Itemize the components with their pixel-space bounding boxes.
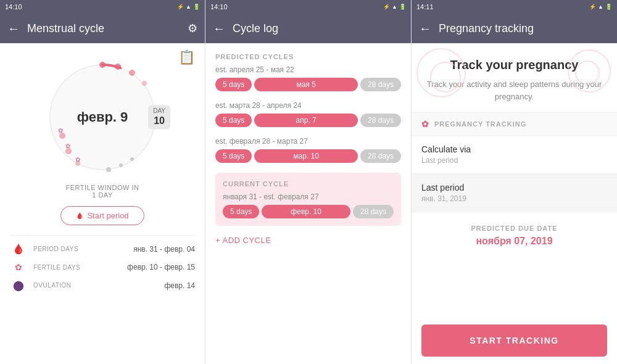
- fertile-value: февр. 10 - февр. 15: [127, 263, 195, 271]
- current-date: февр. 9: [77, 109, 128, 125]
- clipboard-icon[interactable]: 📋: [178, 49, 195, 65]
- spacer: [412, 257, 617, 317]
- wifi-icon-3: ▲: [598, 4, 603, 10]
- last-period-option[interactable]: Last period янв. 31, 2019: [412, 174, 617, 212]
- current-cycle-section: CURRENT CYCLE января 31 - est. февраля 2…: [215, 173, 401, 226]
- ovulation-bar-3: мар. 10: [254, 149, 358, 163]
- last-period-title: Last period: [421, 183, 607, 192]
- cycle-bar-2: 5 days апр. 7 28 days: [215, 114, 401, 127]
- day-number: 10: [153, 115, 165, 126]
- deco-circle-4: [575, 60, 600, 85]
- period-bar-3: 5 days: [215, 149, 252, 163]
- cycle-est-2: est. марта 28 - апреля 24: [215, 101, 401, 110]
- svg-text:✿: ✿: [75, 156, 80, 163]
- fertile-window-text: FERTILE WINDOW IN 1 DAY: [66, 184, 139, 199]
- start-period-button[interactable]: 🩸 Start period: [60, 206, 144, 225]
- calculate-via-option[interactable]: Calculate via Last period: [412, 136, 617, 174]
- status-bar-3: 14:11 ⚡ ▲ 🔋: [412, 0, 617, 14]
- current-total-bar: 28 days: [353, 205, 394, 218]
- panel1-body: 📋: [0, 43, 205, 364]
- bluetooth-icon: ⚡: [177, 4, 184, 10]
- current-cycle-title: CURRENT CYCLE: [223, 180, 394, 188]
- due-date-section: PREDICTED DUE DATE ноября 07, 2019: [412, 215, 617, 257]
- cycle-legend: 🩸 PERIOD DAYS янв. 31 - февр. 04 ✿ FERTI…: [10, 235, 195, 299]
- flower-icon: ✿: [421, 119, 429, 129]
- last-period-sub: янв. 31, 2019: [421, 194, 607, 203]
- bluetooth-icon-2: ⚡: [383, 4, 390, 10]
- top-bar-3: ← Pregnancy tracking: [412, 14, 617, 43]
- svg-point-4: [129, 70, 135, 76]
- period-value: янв. 31 - февр. 04: [133, 245, 195, 254]
- wifi-icon-2: ▲: [392, 4, 397, 10]
- period-bar-2: 5 days: [215, 114, 252, 127]
- legend-period: 🩸 PERIOD DAYS янв. 31 - февр. 04: [10, 243, 195, 255]
- total-bar-3: 28 days: [360, 149, 401, 163]
- ovulation-bar-2: апр. 7: [254, 114, 358, 127]
- panel1-title: Menstrual cycle: [27, 22, 180, 35]
- ovulation-value: февр. 14: [164, 281, 195, 290]
- top-bar-2: ← Cycle log: [205, 14, 411, 43]
- calculate-via-sub: Last period: [421, 156, 607, 165]
- pregnancy-tracking-label: ✿ PREGNANCY TRACKING: [412, 112, 617, 136]
- ovulation-label: OVULATION: [33, 282, 158, 289]
- status-bar-2: 14:10 ⚡ ▲ 🔋: [205, 0, 411, 14]
- due-date-label: PREDICTED DUE DATE: [421, 225, 607, 232]
- period-drop-icon: 🩸: [76, 212, 83, 219]
- legend-fertile: ✿ FERTILE DAYS февр. 10 - февр. 15: [10, 262, 195, 272]
- pregnancy-hero: Track your pregnancy Track your activity…: [412, 43, 617, 112]
- add-cycle-button[interactable]: + ADD CYCLE: [215, 236, 401, 245]
- panel2-body: PREDICTED CYCLES est. апреля 25 - мая 22…: [205, 43, 411, 364]
- predicted-cycles-title: PREDICTED CYCLES: [215, 53, 401, 60]
- time-1: 14:10: [5, 3, 22, 10]
- due-date-value: ноября 07, 2019: [421, 236, 607, 247]
- battery-icon: 🔋: [193, 4, 200, 10]
- panel2-title: Cycle log: [233, 22, 404, 35]
- svg-point-11: [130, 157, 134, 161]
- panel-menstrual-cycle: 14:10 ⚡ ▲ 🔋 ← Menstrual cycle ⚙ 📋: [0, 0, 205, 364]
- svg-text:✿: ✿: [65, 143, 70, 149]
- ovulation-bar-1: мая 5: [254, 78, 358, 91]
- back-button-2[interactable]: ←: [213, 22, 225, 36]
- start-tracking-button[interactable]: START TRACKING: [421, 325, 607, 357]
- predicted-cycle-1: est. апреля 25 - мая 22 5 days мая 5 28 …: [215, 65, 401, 91]
- panel3-title: Pregnancy tracking: [439, 22, 610, 35]
- svg-point-9: [106, 167, 111, 172]
- current-ovulation-bar: февр. 10: [262, 205, 350, 218]
- deco-circle-2: [430, 62, 461, 93]
- panel-cycle-log: 14:10 ⚡ ▲ 🔋 ← Cycle log PREDICTED CYCLES…: [205, 0, 412, 364]
- cycle-bar-1: 5 days мая 5 28 days: [215, 78, 401, 91]
- center-date: февр. 9: [77, 109, 128, 125]
- status-icons-1: ⚡ ▲ 🔋: [177, 4, 200, 10]
- cycle-est-1: est. апреля 25 - мая 22: [215, 65, 401, 74]
- bluetooth-icon-3: ⚡: [589, 4, 596, 10]
- cycle-tracker-circle: ✿ ✿ ✿ февр. 9 DAY 10: [41, 56, 164, 179]
- period-bar-1: 5 days: [215, 78, 252, 91]
- status-icons-2: ⚡ ▲ 🔋: [383, 4, 406, 10]
- legend-ovulation: ⬤ OVULATION февр. 14: [10, 279, 195, 291]
- current-cycle-bar: 5 days февр. 10 28 days: [223, 205, 394, 218]
- cycle-bar-3: 5 days мар. 10 28 days: [215, 149, 401, 163]
- svg-point-5: [142, 81, 147, 86]
- time-3: 14:11: [416, 3, 434, 10]
- calculate-via-title: Calculate via: [421, 144, 607, 154]
- back-button-3[interactable]: ←: [419, 22, 431, 36]
- svg-point-10: [119, 163, 123, 167]
- current-period-bar: 5 days: [223, 205, 259, 218]
- panel3-body: Track your pregnancy Track your activity…: [412, 43, 617, 364]
- wifi-icon: ▲: [186, 4, 191, 10]
- fertile-label: FERTILE DAYS: [33, 264, 121, 271]
- predicted-cycle-3: est. февраля 28 - марта 27 5 days мар. 1…: [215, 137, 401, 163]
- predicted-cycle-2: est. марта 28 - апреля 24 5 days апр. 7 …: [215, 101, 401, 127]
- status-bar-1: 14:10 ⚡ ▲ 🔋: [0, 0, 205, 14]
- panel-pregnancy-tracking: 14:11 ⚡ ▲ 🔋 ← Pregnancy tracking Track y…: [412, 0, 617, 364]
- battery-icon-3: 🔋: [605, 4, 612, 10]
- current-cycle-est: января 31 - est. февраля 27: [223, 192, 394, 201]
- svg-point-3: [115, 64, 121, 70]
- svg-text:✿: ✿: [58, 127, 63, 134]
- back-button-1[interactable]: ←: [7, 22, 20, 36]
- fertile-icon: ✿: [10, 262, 27, 272]
- ovulation-icon: ⬤: [10, 279, 27, 291]
- day-label: DAY: [153, 107, 165, 114]
- total-bar-1: 28 days: [360, 78, 401, 91]
- settings-icon[interactable]: ⚙: [188, 22, 197, 35]
